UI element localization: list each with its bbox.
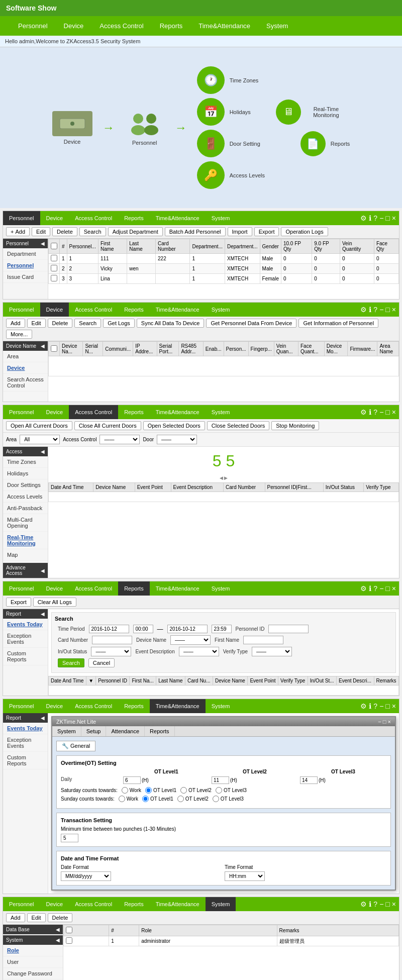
ot-daily-l3-input[interactable] (300, 776, 318, 784)
dev-add-btn[interactable]: Add (6, 319, 25, 328)
search-cancel-btn[interactable]: Cancel (88, 658, 115, 667)
sat-ot3-radio[interactable] (216, 787, 222, 794)
dnav-system[interactable]: System (206, 303, 236, 317)
sysnav-device[interactable]: Device (40, 897, 69, 911)
rth-first[interactable]: First Na... (130, 676, 156, 685)
close-icon4[interactable]: × (392, 408, 396, 416)
ot-daily-l2-input[interactable] (212, 776, 229, 784)
first-name-input[interactable] (243, 636, 283, 644)
dnav-personnel[interactable]: Personnel (3, 303, 40, 317)
ac-th-eventpoint[interactable]: Event Point (135, 483, 171, 492)
minus-icon4[interactable]: − (379, 408, 383, 416)
nav-time-attendance[interactable]: Time&Attendance (190, 16, 258, 36)
sidebar-item-personnel[interactable]: Personnel (3, 260, 48, 271)
eventdesc-select[interactable]: —— (179, 647, 219, 656)
ac-th-verify[interactable]: Verify Type (364, 483, 399, 492)
sysnav-reports[interactable]: Reports (118, 897, 150, 911)
ac-sidebar-doorsettings[interactable]: Door Settings (3, 479, 48, 491)
acnav-device[interactable]: Device (40, 405, 69, 419)
expand-icon3[interactable]: ◀ (41, 343, 45, 349)
ot-daily-l1-input[interactable] (123, 776, 141, 784)
th-dept1[interactable]: Department... (190, 239, 225, 254)
sys-row-checkbox[interactable] (66, 937, 72, 944)
time-from-input[interactable] (89, 625, 129, 633)
restore-icon8[interactable]: □ (385, 702, 389, 710)
close-icon8[interactable]: × (392, 702, 396, 710)
dth-model[interactable]: Device Mo... (324, 342, 348, 356)
expand-icon12[interactable]: ◀ (56, 937, 60, 943)
gear-icon[interactable]: ⚙ (360, 214, 367, 222)
time-from-time-input[interactable] (133, 625, 153, 633)
dev-delete-btn[interactable]: Delete (48, 319, 73, 328)
sysnav-personnel[interactable]: Personnel (3, 897, 40, 911)
gear-icon2[interactable]: ⚙ (360, 306, 367, 314)
dnav-device[interactable]: Device (40, 303, 69, 317)
ac-th-device[interactable]: Device Name (93, 483, 135, 492)
restore-icon[interactable]: □ (385, 214, 389, 222)
close-icon10[interactable]: × (392, 900, 396, 908)
time-to-time-input[interactable] (212, 625, 232, 633)
rnav-time[interactable]: Time&Attendance (150, 581, 206, 596)
sun-ot2-radio[interactable] (177, 796, 184, 802)
th-dept2[interactable]: Department... (225, 239, 260, 254)
sidebar-item-department[interactable]: Department (3, 248, 48, 260)
popup-max[interactable]: □ (383, 719, 386, 725)
close-all-btn[interactable]: Close All Current Doors (74, 421, 141, 430)
ta-events-today[interactable]: Events Today (3, 723, 48, 734)
card-number-input[interactable] (92, 636, 132, 644)
rep-exception[interactable]: Exception Events (3, 630, 48, 648)
dth-fw[interactable]: Firmware... (348, 342, 377, 356)
rth-device[interactable]: Device Name (213, 676, 248, 685)
sys-role[interactable]: Role (3, 945, 63, 956)
gear-icon8[interactable]: ⚙ (360, 702, 367, 710)
popup-close[interactable]: × (388, 719, 391, 725)
info-icon[interactable]: ℹ (369, 214, 371, 222)
restore-icon4[interactable]: □ (385, 408, 389, 416)
expand-icon6[interactable]: ◀ (41, 568, 45, 573)
adjust-dept-button[interactable]: Adjust Department (108, 227, 163, 236)
rth-card[interactable]: Card Nu... (185, 676, 213, 685)
popup-min[interactable]: − (378, 719, 381, 725)
ac-th-eventdesc[interactable]: Event Description (171, 483, 223, 492)
dev-getlogs-btn[interactable]: Get Logs (103, 319, 135, 328)
tanav-reports[interactable]: Reports (118, 699, 150, 713)
open-selected-btn[interactable]: Open Selected Doors (143, 421, 205, 430)
rep-export-btn[interactable]: Export (6, 598, 31, 607)
time-to-input[interactable] (167, 625, 208, 633)
sys-edit-btn[interactable]: Edit (27, 913, 46, 922)
dth-ip[interactable]: IP Addre... (133, 342, 157, 356)
rth-verify[interactable]: Verify Type (278, 676, 308, 685)
sidebar-item-issuecard[interactable]: Issue Card (3, 271, 48, 283)
acnav-personnel[interactable]: Personnel (3, 405, 40, 419)
th-gender[interactable]: Gender (260, 239, 281, 254)
search-submit-btn[interactable]: Search (58, 658, 84, 667)
th-face[interactable]: Face Qty (374, 239, 398, 254)
dth-rs485[interactable]: RS485 Addr... (179, 342, 203, 356)
rnav-personnel[interactable]: Personnel (3, 581, 40, 596)
sun-ot1-radio[interactable] (142, 796, 149, 802)
pnav-access[interactable]: Access Control (69, 211, 118, 225)
rnav-reports[interactable]: Reports (118, 581, 150, 596)
sidebar-area[interactable]: Area (3, 351, 48, 362)
subtab-general[interactable]: 🔧 General (56, 741, 95, 751)
ac-th-datetime[interactable]: Date And Time (49, 483, 93, 492)
rth-persid[interactable]: Personnel ID (96, 676, 130, 685)
ac-sidebar-map[interactable]: Map (3, 549, 48, 561)
pnav-reports[interactable]: Reports (118, 211, 150, 225)
tanav-system[interactable]: System (206, 699, 236, 713)
popup-tab-system[interactable]: System (52, 726, 81, 736)
pnav-system[interactable]: System (206, 211, 236, 225)
expand-icon5[interactable]: ◀ (41, 449, 45, 454)
time-format-select[interactable]: HH:mm (225, 871, 265, 881)
help-icon8[interactable]: ? (373, 702, 377, 710)
expand-icon[interactable]: ◀ (41, 241, 45, 246)
nav-access-control[interactable]: Access Control (91, 16, 151, 36)
sysnav-system[interactable]: System (206, 897, 236, 911)
sys-delete-btn[interactable]: Delete (48, 913, 73, 922)
rep-clearlog-btn[interactable]: Clear All Logs (33, 598, 76, 607)
rnav-access[interactable]: Access Control (69, 581, 118, 596)
personnel-id-input[interactable] (268, 625, 309, 633)
date-format-select[interactable]: MM/dd/yyyy (61, 871, 111, 881)
ac-sidebar-holidays[interactable]: Holidays (3, 468, 48, 479)
verifytype-select[interactable]: —— (252, 647, 292, 656)
